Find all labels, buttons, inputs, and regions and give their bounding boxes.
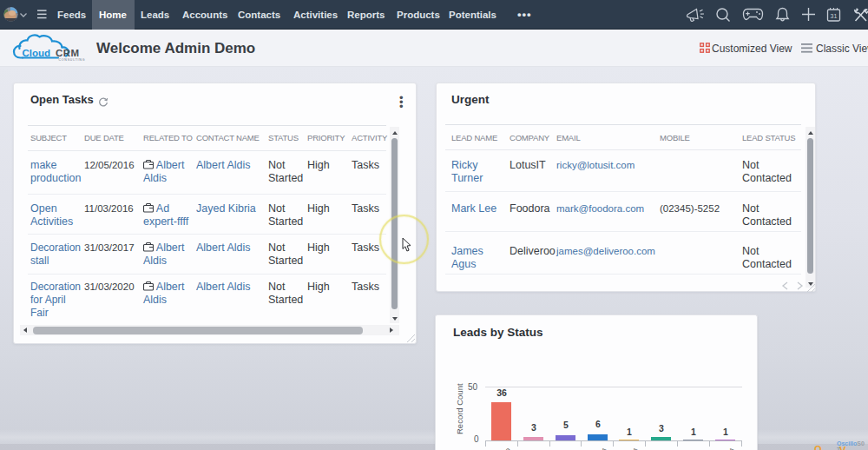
svg-text:CRM: CRM (56, 48, 80, 58)
svg-text:CONSULTING: CONSULTING (59, 58, 86, 62)
svg-text:31: 31 (831, 13, 838, 19)
svg-text:Cloud: Cloud (23, 48, 51, 58)
